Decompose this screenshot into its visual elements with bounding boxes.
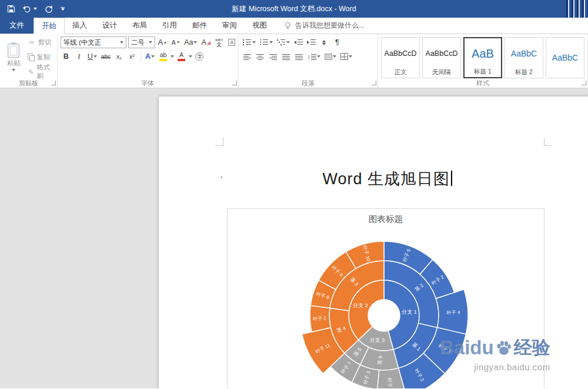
font-dialog-launcher[interactable] — [232, 81, 237, 85]
paste-caret-icon — [12, 69, 15, 71]
font-size-combo[interactable]: 二号 — [128, 36, 155, 48]
font-size-value: 二号 — [131, 38, 147, 47]
font-family-caret-icon — [120, 41, 123, 44]
align-center-button[interactable] — [255, 51, 266, 62]
grow-font-button[interactable]: A — [157, 36, 168, 48]
font-color-bar-icon — [178, 59, 185, 61]
multilevel-caret-icon — [286, 41, 290, 44]
format-painter-button[interactable]: ✎ 格式刷 — [26, 67, 55, 77]
clipboard-dialog-launcher[interactable] — [51, 81, 56, 85]
svg-text:叶子 2: 叶子 2 — [313, 315, 327, 321]
paragraph-dialog-launcher[interactable] — [372, 81, 376, 85]
bullets-button[interactable] — [242, 36, 257, 48]
align-left-button[interactable] — [242, 51, 253, 62]
tab-design[interactable]: 设计 — [95, 18, 125, 34]
tab-file[interactable]: 文件 — [0, 18, 34, 34]
font-family-combo[interactable]: 等线 (中文正 — [61, 36, 126, 48]
phonetic-guide-button[interactable]: wén 文 — [213, 36, 225, 48]
style-heading3[interactable]: AaBbC — [546, 37, 584, 78]
chart-title: 图表标题 — [369, 214, 403, 225]
show-hide-marks-button[interactable]: ¶ — [332, 36, 343, 48]
styles-dialog-launcher[interactable] — [582, 81, 586, 85]
highlight-button[interactable]: ab — [158, 51, 169, 62]
heading-text: Word 生成旭日图 — [322, 170, 450, 188]
underline-button[interactable]: U — [86, 51, 98, 62]
watermark-url: jingyan.baidu.com — [440, 362, 550, 372]
align-right-button[interactable] — [268, 51, 279, 62]
cut-icon: ✂ — [28, 39, 35, 46]
tab-review[interactable]: 审阅 — [215, 18, 245, 34]
enclose-characters-glyph: 字 — [195, 52, 203, 61]
distribute-button[interactable] — [293, 51, 305, 62]
text-effects-button[interactable]: A — [144, 51, 156, 62]
multilevel-list-icon — [277, 39, 286, 46]
enclose-characters-button[interactable]: 字 — [194, 51, 205, 62]
highlight-caret-icon[interactable] — [171, 55, 174, 58]
quick-access-toolbar — [0, 5, 65, 13]
font-color-button[interactable]: A — [176, 51, 187, 62]
margin-crop-mark-right — [544, 138, 552, 146]
ribbon: 粘贴 ✂ 剪切 复制 ✎ 格式刷 剪贴板 — [0, 34, 588, 88]
style-heading1-name: 标题 1 — [474, 68, 492, 76]
svg-text:分支 2: 分支 2 — [353, 302, 368, 308]
sort-button[interactable] — [319, 36, 330, 48]
tab-insert[interactable]: 插入 — [65, 18, 95, 34]
clear-formatting-button[interactable]: A◢ — [200, 36, 212, 48]
change-case-label: Aa — [184, 38, 193, 46]
style-heading1[interactable]: AaB 标题 1 — [463, 37, 502, 78]
borders-caret-icon — [349, 55, 352, 58]
tell-me-box[interactable]: 告诉我您想要做什么... — [284, 18, 365, 34]
font-group-label: 字体 — [59, 78, 236, 88]
style-no-spacing[interactable]: AaBbCcD 无间隔 — [422, 37, 461, 78]
baidu-watermark: Baidu 经验 jingyan.baidu.com — [440, 335, 550, 372]
font-color-caret-icon[interactable] — [189, 55, 192, 58]
repeat-button[interactable] — [45, 5, 53, 13]
tab-home[interactable]: 开始 — [34, 18, 65, 34]
multilevel-list-button[interactable] — [276, 36, 291, 48]
increase-indent-button[interactable] — [306, 36, 317, 48]
cut-button[interactable]: ✂ 剪切 — [26, 38, 55, 47]
change-case-caret-icon — [193, 41, 197, 44]
line-spacing-arrow-icon: ↕ — [308, 53, 311, 60]
style-heading2[interactable]: AaBbC 标题 2 — [505, 37, 543, 78]
increase-indent-icon — [307, 39, 316, 46]
borders-button[interactable] — [339, 51, 353, 62]
tab-mailings[interactable]: 邮件 — [185, 18, 215, 34]
tab-references[interactable]: 引用 — [155, 18, 185, 34]
style-normal-name: 正文 — [395, 68, 407, 77]
tab-view[interactable]: 视图 — [245, 18, 275, 34]
font-color-letter: A — [179, 52, 183, 58]
undo-button[interactable] — [23, 5, 37, 13]
style-heading2-name: 标题 2 — [515, 68, 533, 77]
paste-button[interactable]: 粘贴 — [2, 36, 25, 78]
document-heading[interactable]: Word 生成旭日图 — [223, 168, 551, 189]
customize-qat-button[interactable] — [61, 7, 65, 11]
watermark-brand-suffix: 经验 — [514, 335, 550, 360]
numbering-button[interactable] — [259, 36, 274, 48]
shrink-font-button[interactable]: A — [170, 36, 181, 48]
style-normal[interactable]: AaBbCcD 正文 — [381, 37, 420, 78]
character-border-button[interactable]: A — [226, 36, 238, 48]
grow-font-arrow-icon — [164, 41, 167, 43]
line-spacing-button[interactable]: ↕ — [306, 51, 322, 62]
style-normal-preview: AaBbCcD — [385, 39, 417, 68]
save-button[interactable] — [7, 5, 15, 13]
shading-button[interactable] — [323, 51, 338, 62]
italic-button[interactable]: I — [74, 51, 85, 62]
pilcrow-icon: ¶ — [335, 38, 339, 46]
underline-caret-icon — [93, 55, 97, 58]
tab-layout[interactable]: 布局 — [125, 18, 155, 34]
numbering-caret-icon — [269, 41, 273, 44]
line-spacing-caret-icon — [317, 55, 320, 58]
svg-text:叶子 4: 叶子 4 — [446, 310, 460, 315]
bold-button[interactable]: B — [61, 51, 72, 62]
justify-button[interactable] — [280, 51, 292, 62]
change-case-button[interactable]: Aa — [183, 36, 198, 48]
copy-button[interactable]: 复制 — [26, 52, 55, 62]
superscript-button[interactable]: x² — [126, 51, 138, 62]
corner-stripes-decoration — [566, 0, 588, 18]
subscript-button[interactable]: x₂ — [113, 51, 125, 62]
customize-caret-icon — [61, 8, 65, 11]
decrease-indent-button[interactable] — [293, 36, 304, 48]
strikethrough-button[interactable]: abc — [100, 51, 112, 62]
